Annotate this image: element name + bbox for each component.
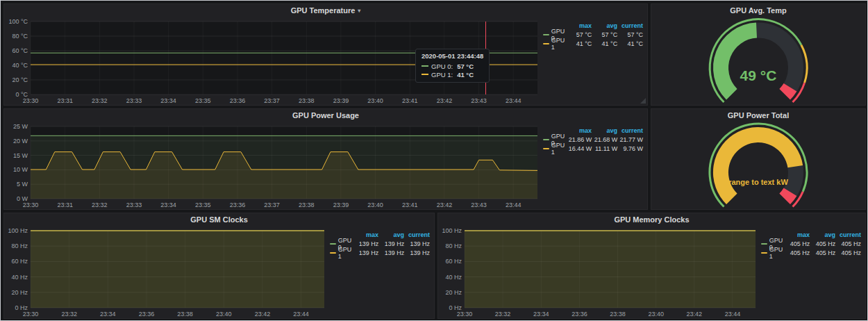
panel-gpu-sm-clocks: GPU SM Clocks 23:3023:3223:3423:3623:382… xyxy=(3,213,435,319)
svg-text:20 °C: 20 °C xyxy=(12,76,28,83)
svg-text:23:36: 23:36 xyxy=(571,311,587,318)
svg-text:23:35: 23:35 xyxy=(195,201,211,208)
svg-text:0 Hz: 0 Hz xyxy=(15,304,28,311)
svg-text:80 °C: 80 °C xyxy=(12,33,28,40)
legend-gpu-power-usage[interactable]: maxavgcurrentGPU 021.86 W21.68 W21.77 WG… xyxy=(543,122,647,209)
chart-gpu-memory-clocks[interactable]: 23:3023:3223:3423:3623:3823:4023:4223:44… xyxy=(438,226,761,318)
svg-text:23:35: 23:35 xyxy=(195,97,211,104)
legend-stat-value: 139 Hz xyxy=(378,249,404,256)
panel-gpu-temperature: GPU Temperature ▾ 23:3023:3123:3223:3323… xyxy=(3,3,648,106)
svg-text:20 Hz: 20 Hz xyxy=(445,289,462,296)
panel-header-gpu-memory-clocks[interactable]: GPU Memory Clocks xyxy=(438,213,865,226)
legend-stat-value: 41 °C xyxy=(592,40,617,47)
svg-text:49 °C: 49 °C xyxy=(740,67,777,83)
svg-text:23:42: 23:42 xyxy=(687,311,703,318)
panel-title: GPU Power Total xyxy=(728,111,789,120)
legend-stat-value: 21.77 W xyxy=(617,136,643,143)
legend-stat-header[interactable]: current xyxy=(835,231,861,238)
svg-text:23:33: 23:33 xyxy=(126,97,142,104)
legend-stat-value: 405 Hz xyxy=(785,249,810,256)
legend-stat-header[interactable]: avg xyxy=(592,22,617,29)
svg-text:23:38: 23:38 xyxy=(299,201,315,208)
svg-text:60 Hz: 60 Hz xyxy=(11,258,28,265)
svg-text:40 Hz: 40 Hz xyxy=(11,274,28,281)
svg-text:23:33: 23:33 xyxy=(126,201,142,208)
legend-stat-header[interactable]: avg xyxy=(378,231,404,238)
dashboard: GPU Temperature ▾ 23:3023:3123:3223:3323… xyxy=(0,0,868,321)
series-dash-icon xyxy=(330,252,336,254)
svg-text:40 Hz: 40 Hz xyxy=(445,274,462,281)
legend-series-toggle[interactable]: GPU 1 xyxy=(543,142,567,156)
legend-stat-value: 139 Hz xyxy=(404,240,430,247)
svg-text:23:32: 23:32 xyxy=(61,311,77,318)
legend-stat-value: 405 Hz xyxy=(785,240,810,247)
svg-text:23:42: 23:42 xyxy=(437,97,453,104)
series-dash-icon xyxy=(761,252,767,254)
legend-stat-header[interactable]: avg xyxy=(810,231,835,238)
series-dash-icon xyxy=(543,148,549,149)
legend-stat-header[interactable]: avg xyxy=(592,127,617,134)
panel-header-gpu-temperature[interactable]: GPU Temperature ▾ xyxy=(4,4,647,17)
chart-gpu-sm-clocks[interactable]: 23:3023:3223:3423:3623:3823:4023:4223:44… xyxy=(4,226,330,318)
tooltip-series-row: GPU 0: 57 °C xyxy=(422,62,483,70)
chevron-down-icon: ▾ xyxy=(358,8,360,14)
svg-text:23:39: 23:39 xyxy=(333,201,349,208)
panel-gpu-power-total: GPU Power Total range to text kW xyxy=(651,108,866,210)
legend-stat-header[interactable]: current xyxy=(617,127,643,134)
svg-text:23:44: 23:44 xyxy=(506,201,521,208)
legend-stat-value: 405 Hz xyxy=(835,240,861,247)
legend-stat-header[interactable]: current xyxy=(404,231,430,238)
panel-header-gpu-power-total[interactable]: GPU Power Total xyxy=(651,109,865,122)
legend-series-toggle[interactable]: GPU 1 xyxy=(761,246,785,260)
legend-stat-header[interactable]: max xyxy=(353,231,378,238)
svg-text:40 °C: 40 °C xyxy=(12,62,28,69)
legend-stat-header[interactable]: max xyxy=(566,22,592,29)
legend-stat-value: 9.76 W xyxy=(617,145,643,152)
series-dash-icon xyxy=(761,243,767,245)
legend-stat-value: 405 Hz xyxy=(810,249,835,256)
svg-text:23:36: 23:36 xyxy=(139,311,155,318)
legend-stat-value: 405 Hz xyxy=(835,249,861,256)
legend-stat-value: 21.68 W xyxy=(592,136,617,143)
svg-text:23:38: 23:38 xyxy=(299,97,315,104)
legend-stat-header[interactable]: max xyxy=(566,127,592,134)
svg-text:0 Hz: 0 Hz xyxy=(449,304,462,311)
panel-title: GPU Avg. Temp xyxy=(730,6,787,15)
svg-text:23:44: 23:44 xyxy=(506,97,521,104)
svg-text:23:32: 23:32 xyxy=(495,311,511,318)
tooltip-series-name: GPU 0: xyxy=(431,63,453,70)
panel-header-gpu-power-usage[interactable]: GPU Power Usage xyxy=(4,109,647,122)
legend-gpu-temperature[interactable]: maxavgcurrentGPU 057 °C57 °C57 °CGPU 141… xyxy=(543,17,647,105)
legend-stat-value: 21.86 W xyxy=(567,136,592,143)
legend-stat-value: 139 Hz xyxy=(378,240,404,247)
legend-series-row: GPU 1139 Hz139 Hz139 Hz xyxy=(330,248,430,257)
svg-text:23:43: 23:43 xyxy=(471,97,487,104)
svg-text:23:43: 23:43 xyxy=(471,201,487,208)
legend-stat-value: 57 °C xyxy=(617,31,643,38)
svg-text:20 Hz: 20 Hz xyxy=(11,289,28,296)
panel-title: GPU Memory Clocks xyxy=(614,215,689,224)
graph-tooltip: 2020-05-01 23:44:48 GPU 0: 57 °C GPU 1: … xyxy=(415,49,490,83)
panel-header-gpu-sm-clocks[interactable]: GPU SM Clocks xyxy=(4,213,434,226)
legend-stat-header[interactable]: max xyxy=(784,231,810,238)
svg-text:100 °C: 100 °C xyxy=(8,18,28,25)
svg-text:25 W: 25 W xyxy=(13,123,28,130)
svg-text:23:38: 23:38 xyxy=(610,311,626,318)
legend-gpu-sm-clocks[interactable]: maxavgcurrentGPU 0139 Hz139 Hz139 HzGPU … xyxy=(330,226,434,318)
legend-stat-header[interactable]: current xyxy=(617,22,643,29)
svg-text:15 W: 15 W xyxy=(13,152,28,159)
panel-header-gpu-avg-temp[interactable]: GPU Avg. Temp xyxy=(651,4,865,17)
legend-stat-value: 41 °C xyxy=(617,40,643,47)
legend-gpu-memory-clocks[interactable]: maxavgcurrentGPU 0405 Hz405 Hz405 HzGPU … xyxy=(761,226,865,318)
svg-text:23:40: 23:40 xyxy=(216,311,232,318)
panel-resize-handle[interactable] xyxy=(640,98,646,104)
svg-text:23:37: 23:37 xyxy=(264,201,280,208)
series-dash-icon xyxy=(543,139,549,140)
series-dash-icon xyxy=(422,74,428,75)
chart-gpu-power-usage[interactable]: 23:3023:3123:3223:3323:3423:3523:3623:37… xyxy=(4,122,543,209)
panel-title: GPU Power Usage xyxy=(292,111,359,120)
svg-text:range to text kW: range to text kW xyxy=(728,178,788,186)
svg-text:23:31: 23:31 xyxy=(57,201,73,208)
legend-series-toggle[interactable]: GPU 1 xyxy=(543,37,567,51)
legend-series-toggle[interactable]: GPU 1 xyxy=(330,246,353,260)
